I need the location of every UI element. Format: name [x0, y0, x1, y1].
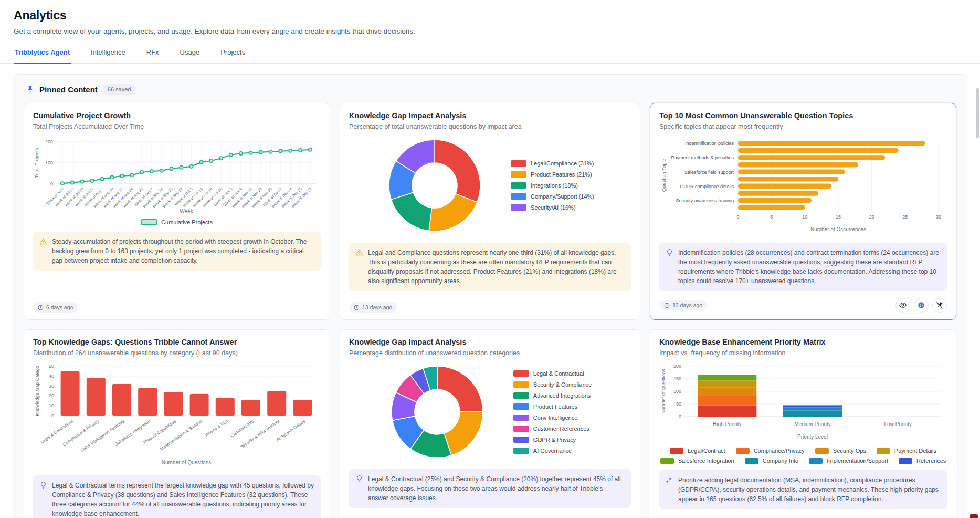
lightbulb-icon: [39, 481, 47, 489]
svg-text:Low Priority: Low Priority: [884, 421, 912, 427]
chart-svg: [386, 137, 483, 234]
svg-text:Company Info: Company Info: [229, 418, 255, 438]
tab-bar: Tribblytics Agent Intelligence RFx Usage…: [0, 44, 980, 64]
card-actions: [895, 298, 947, 313]
legend-item: Legal/Compliance (31%): [511, 160, 594, 167]
timestamp-text: 13 days ago: [672, 302, 702, 308]
svg-text:100: 100: [673, 389, 681, 394]
legend-item: Implementation/Support: [809, 458, 888, 464]
tab-projects[interactable]: Projects: [219, 44, 246, 64]
svg-text:5: 5: [770, 214, 773, 220]
chart-legend: Legal & ContractualSecurity & Compliance…: [513, 370, 592, 454]
pin-icon: [26, 85, 35, 94]
view-button[interactable]: [895, 298, 910, 313]
chart-svg: 051015202530Indemnification policiesPaym…: [659, 136, 947, 234]
palette-icon: [917, 301, 925, 309]
svg-text:Medium Priority: Medium Priority: [794, 421, 830, 427]
svg-text:GDPR compliance details: GDPR compliance details: [680, 184, 734, 189]
lightbulb-icon: [666, 248, 673, 256]
impact-area-donut-chart: Legal/Compliance (31%)Product Features (…: [349, 136, 631, 236]
card-title: Knowledge Gap Impact Analysis: [349, 111, 631, 120]
svg-text:25: 25: [902, 214, 908, 220]
timestamp-badge: 6 days ago: [33, 302, 78, 313]
insight-text: Legal & Contractual terms represent the …: [52, 481, 314, 518]
palette-button[interactable]: [914, 298, 929, 313]
card-title: Top 10 Most Common Unanswerable Question…: [659, 111, 947, 120]
chart-legend: Legal/Compliance (31%)Product Features (…: [511, 160, 594, 211]
chart-svg: 0100200Week of Jul 6Week of Jul 13Week o…: [33, 136, 321, 215]
svg-text:50: 50: [676, 401, 681, 407]
card-top-knowledge-gaps[interactable]: Top Knowledge Gaps: Questions Tribble Ca…: [24, 329, 330, 518]
svg-text:Salesforce field support: Salesforce field support: [684, 170, 734, 175]
svg-text:Number of Occurrences: Number of Occurrences: [810, 226, 866, 232]
unpin-button[interactable]: [932, 298, 947, 313]
svg-text:20: 20: [49, 393, 54, 398]
insight-text: Legal & Contractual (25%) and Security &…: [368, 474, 625, 503]
tab-intelligence[interactable]: Intelligence: [90, 44, 127, 64]
card-priority-matrix[interactable]: Knowledge Base Enhancement Priority Matr…: [650, 329, 956, 518]
page-title: Analytics: [14, 8, 965, 23]
tab-rfx[interactable]: RFx: [145, 44, 160, 64]
card-subtitle: Impact vs. frequency of missing informat…: [659, 349, 947, 357]
chart-svg: [388, 363, 486, 461]
insight-box: Legal & Contractual (25%) and Security &…: [349, 469, 631, 508]
card-knowledge-gap-impact-2[interactable]: Knowledge Gap Impact Analysis Percentage…: [340, 329, 640, 518]
warning-icon: [39, 237, 47, 245]
card-cumulative-project-growth[interactable]: Cumulative Project Growth Total Projects…: [24, 103, 330, 320]
svg-text:Payment methods & penalties: Payment methods & penalties: [671, 155, 734, 160]
insight-text: Indemnification policies (28 occurrences…: [678, 248, 941, 286]
card-grid: Cumulative Project Growth Total Projects…: [24, 103, 956, 518]
eye-icon: [899, 301, 907, 309]
legend-item: AI Governance: [513, 448, 592, 454]
svg-text:Number of Questions: Number of Questions: [661, 369, 666, 414]
timestamp-text: 6 days ago: [46, 304, 73, 310]
svg-text:200: 200: [673, 364, 681, 369]
sparkles-icon: [666, 476, 673, 484]
svg-text:Indemnification policies: Indemnification policies: [685, 141, 734, 146]
svg-text:Priority Level: Priority Level: [797, 434, 828, 440]
card-knowledge-gap-impact-1[interactable]: Knowledge Gap Impact Analysis Percentage…: [340, 103, 640, 320]
card-subtitle: Percentage of total unanswerable questio…: [349, 123, 631, 130]
legend-item: Product Features: [513, 403, 592, 410]
svg-text:200: 200: [45, 139, 53, 144]
insight-text: Steady accumulation of projects througho…: [52, 237, 314, 265]
priority-matrix-stacked-bar-chart: 050100150200High PriorityMedium Priority…: [659, 362, 947, 464]
timestamp-badge: 13 days ago: [659, 300, 707, 310]
card-subtitle: Total Projects Accumulated Over Time: [33, 123, 321, 130]
insight-box: Prioritize adding legal documentation (M…: [659, 470, 947, 509]
page-header: Analytics Get a complete view of your ag…: [0, 0, 980, 35]
clock-icon: [664, 303, 670, 308]
tab-usage[interactable]: Usage: [179, 44, 201, 64]
card-title: Top Knowledge Gaps: Questions Tribble Ca…: [33, 338, 321, 346]
legend-item: References: [899, 458, 946, 464]
legend-item: Advanced Integrations: [513, 392, 592, 399]
svg-text:0: 0: [51, 413, 54, 418]
svg-text:0: 0: [679, 414, 681, 419]
scrollbar-thumb[interactable]: [976, 88, 979, 138]
legend-item: Customer References: [513, 426, 592, 432]
panel-title: Pinned Content: [39, 85, 98, 94]
cumulative-projects-line-chart: 0100200Week of Jul 6Week of Jul 13Week o…: [33, 136, 321, 225]
legend-item: Security/AI (16%): [511, 204, 594, 211]
legend-item: GDPR & Privacy: [513, 437, 592, 443]
svg-text:Total Projects: Total Projects: [34, 148, 39, 178]
card-top-unanswerable-topics[interactable]: Top 10 Most Common Unanswerable Question…: [650, 103, 956, 320]
svg-text:Week: Week: [180, 209, 193, 214]
legend-item: Product Features (21%): [511, 171, 594, 178]
clock-icon: [38, 305, 44, 310]
card-title: Knowledge Base Enhancement Priority Matr…: [659, 338, 947, 346]
saved-count-badge: 66 saved: [102, 84, 136, 95]
legend-item: Integrations (18%): [511, 182, 594, 189]
insight-text: Legal and Compliance questions represent…: [368, 248, 625, 286]
svg-text:Security awareness training: Security awareness training: [676, 198, 734, 203]
pinned-content-panel: Pinned Content 66 saved Cumulative Proje…: [13, 74, 967, 518]
legend-item: Security & Compliance: [513, 381, 592, 388]
svg-text:100: 100: [45, 160, 53, 165]
chart-svg: 050100150200High PriorityMedium Priority…: [659, 362, 947, 441]
knowledge-gaps-bar-chart: 01020304050Legal & ContractualCompliance…: [33, 362, 321, 469]
tab-tribblytics-agent[interactable]: Tribblytics Agent: [14, 44, 71, 64]
card-subtitle: Specific topics that appear most frequen…: [659, 123, 947, 130]
insight-box: Indemnification policies (28 occurrences…: [659, 243, 947, 291]
chart-legend: Legal/ContractCompliance/PrivacySecurity…: [659, 448, 947, 464]
legend-item: Company Info: [745, 458, 798, 464]
